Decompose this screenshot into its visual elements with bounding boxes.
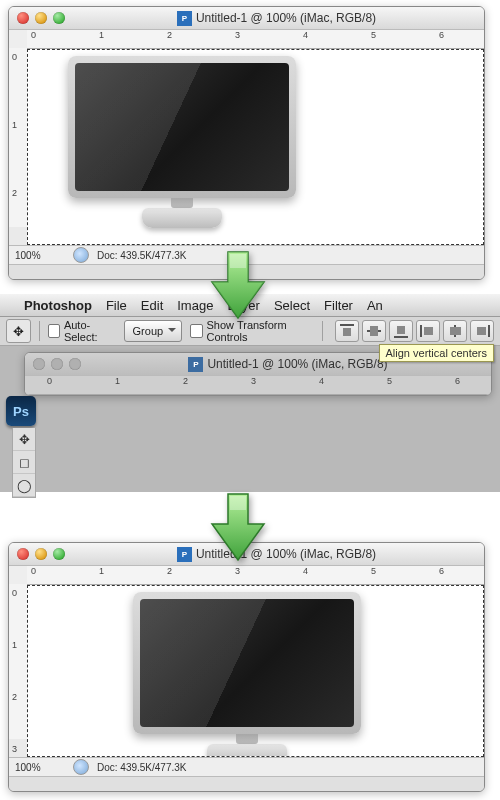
ps-doc-icon: P [177,547,192,562]
document-window-before: P Untitled-1 @ 100% (iMac, RGB/8) 0 1 2 … [8,6,485,280]
canvas[interactable] [27,49,484,245]
document-title: Untitled-1 @ 100% (iMac, RGB/8) [207,357,387,371]
align-right-edges-button[interactable] [470,320,494,342]
close-icon[interactable] [17,12,29,24]
photoshop-chrome: Photoshop File Edit Image Layer Select F… [0,294,500,492]
marquee-tool[interactable]: ◻ [13,451,35,474]
close-icon [33,358,45,370]
align-horizontal-centers-button[interactable] [443,320,467,342]
auto-select-checkbox[interactable]: Auto-Select: [48,319,116,343]
minimize-icon [51,358,63,370]
horizontal-ruler[interactable]: 0 1 2 3 4 5 6 [27,30,484,49]
titlebar[interactable]: P Untitled-1 @ 100% (iMac, RGB/8) [9,543,484,566]
move-tool-icon[interactable]: ✥ [6,319,31,343]
imac-artwork[interactable] [133,592,361,757]
ps-doc-icon: P [177,11,192,26]
zoom-field[interactable]: 100% [15,762,65,773]
tooltip: Align vertical centers [379,344,495,362]
horizontal-scrollbar[interactable] [9,776,484,791]
menu-layer[interactable]: Layer [227,298,260,313]
imac-artwork[interactable] [68,56,296,228]
menu-select[interactable]: Select [274,298,310,313]
navigator-icon[interactable] [73,247,89,263]
checkbox-icon[interactable] [48,324,60,338]
lasso-tool[interactable]: ◯ [13,474,35,497]
menu-bar[interactable]: Photoshop File Edit Image Layer Select F… [0,294,500,317]
horizontal-scrollbar[interactable] [9,264,484,279]
menu-image[interactable]: Image [177,298,213,313]
navigator-icon[interactable] [73,759,89,775]
canvas[interactable] [27,585,484,757]
align-left-edges-button[interactable] [416,320,440,342]
zoom-icon [69,358,81,370]
align-top-edges-button[interactable] [335,320,359,342]
tools-panel: ✥ ◻ ◯ [12,428,36,498]
ruler-origin[interactable] [9,566,28,585]
align-vertical-centers-button[interactable] [362,320,386,342]
minimize-icon[interactable] [35,12,47,24]
ruler-origin[interactable] [9,30,28,49]
document-title: Untitled-1 @ 100% (iMac, RGB/8) [196,547,376,561]
menu-edit[interactable]: Edit [141,298,163,313]
status-bar: 100% Doc: 439.5K/477.3K [9,757,484,776]
titlebar[interactable]: P Untitled-1 @ 100% (iMac, RGB/8) [9,7,484,30]
document-title: Untitled-1 @ 100% (iMac, RGB/8) [196,11,376,25]
document-window-after: P Untitled-1 @ 100% (iMac, RGB/8) 0 1 2 … [8,542,485,792]
ps-doc-icon: P [188,357,203,372]
vertical-ruler[interactable]: 0 1 2 3 [9,584,28,739]
horizontal-ruler[interactable]: 0 1 2 3 4 5 6 [27,566,484,585]
ps-app-icon[interactable]: Ps [6,396,36,426]
align-bottom-edges-button[interactable] [389,320,413,342]
horizontal-ruler: 0 1 2 3 4 5 6 [43,376,491,395]
move-tool[interactable]: ✥ [13,428,35,451]
menu-filter[interactable]: Filter [324,298,353,313]
close-icon[interactable] [17,548,29,560]
zoom-field[interactable]: 100% [15,250,65,261]
show-transform-checkbox[interactable]: Show Transform Controls [190,319,314,343]
app-menu[interactable]: Photoshop [24,298,92,313]
vertical-ruler[interactable]: 0 1 2 [9,48,28,227]
minimize-icon[interactable] [35,548,47,560]
doc-info: Doc: 439.5K/477.3K [97,762,187,773]
menu-file[interactable]: File [106,298,127,313]
align-button-group [335,320,494,342]
status-bar: 100% Doc: 439.5K/477.3K [9,245,484,264]
zoom-icon[interactable] [53,548,65,560]
zoom-icon[interactable] [53,12,65,24]
doc-info: Doc: 439.5K/477.3K [97,250,187,261]
checkbox-icon[interactable] [190,324,202,338]
menu-analysis[interactable]: An [367,298,383,313]
auto-select-dropdown[interactable]: Group [124,320,183,342]
options-bar: ✥ Auto-Select: Group Show Transform Cont… [0,317,500,346]
